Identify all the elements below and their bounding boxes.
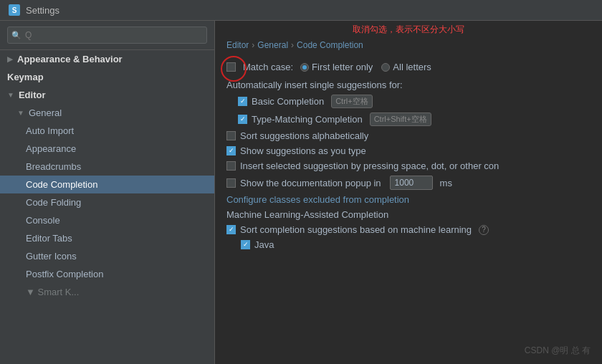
sidebar-item-keymap[interactable]: Keymap — [0, 68, 214, 86]
app-icon: S — [9, 4, 20, 16]
show-doc-popup-checkbox[interactable] — [226, 178, 236, 188]
auto-insert-label: Automatically insert single suggestions … — [226, 80, 591, 90]
popup-delay-input[interactable] — [390, 176, 433, 190]
java-label: Java — [254, 239, 274, 250]
sidebar-item-auto-import[interactable]: Auto Import — [0, 122, 214, 140]
configure-link-text[interactable]: Configure classes excluded from completi… — [226, 194, 409, 205]
breadcrumb-sep2: › — [291, 40, 294, 50]
insert-space-label: Insert selected suggestion by pressing s… — [240, 161, 499, 171]
sidebar-label: Postfix Completion — [26, 269, 103, 279]
configure-classes-link[interactable]: Configure classes excluded from completi… — [226, 194, 591, 205]
radio-all-letters[interactable]: All letters — [381, 62, 431, 72]
type-matching-shortcut: Ctrl+Shift+空格 — [370, 112, 431, 126]
annotation-banner: 取消勾选，表示不区分大小写 — [215, 21, 602, 37]
sort-alpha-row[interactable]: Sort suggestions alphabetically — [226, 130, 591, 141]
match-case-label: Match case: — [243, 62, 293, 72]
search-input[interactable] — [7, 27, 207, 44]
java-checkbox[interactable] — [241, 240, 250, 249]
radio-first-letter[interactable]: First letter only — [300, 62, 373, 72]
sidebar-item-smart-keys[interactable]: ▼ Smart K... — [0, 283, 214, 301]
sidebar-label: Keymap — [7, 72, 44, 82]
sort-alpha-label: Sort suggestions alphabetically — [240, 130, 368, 141]
sidebar-item-appearance-behavior[interactable]: ▶ Appearance & Behavior — [0, 50, 214, 68]
chevron-down-icon: ▼ — [7, 91, 14, 99]
chevron-right-icon: ▶ — [7, 55, 13, 63]
content-area: 取消勾选，表示不区分大小写 Editor › General › Code Co… — [215, 21, 602, 364]
basic-completion-checkbox[interactable] — [238, 97, 247, 106]
sort-ml-checkbox[interactable] — [226, 225, 236, 234]
sidebar-label: Code Folding — [26, 197, 81, 208]
sidebar-item-general[interactable]: ▼ General — [0, 104, 214, 122]
sidebar-label: Editor — [19, 90, 46, 100]
show-doc-popup-row[interactable]: Show the documentation popup in ms — [226, 176, 591, 190]
breadcrumb-sep: › — [252, 40, 254, 50]
sidebar-item-code-folding[interactable]: Code Folding — [0, 193, 214, 211]
java-row[interactable]: Java — [241, 239, 591, 250]
show-doc-popup-label: Show the documentation popup in — [240, 178, 381, 188]
sidebar-label: Appearance — [26, 143, 76, 154]
sidebar-label: Code Completion — [26, 179, 97, 190]
search-icon: 🔍 — [11, 31, 22, 40]
sidebar-label: Console — [26, 215, 60, 226]
ms-label: ms — [440, 178, 452, 188]
sidebar-label: Auto Import — [26, 125, 74, 136]
basic-completion-row[interactable]: Basic Completion Ctrl+空格 — [238, 95, 591, 108]
sort-ml-label: Sort completion suggestions based on mac… — [240, 224, 472, 235]
sidebar-label: Editor Tabs — [26, 233, 72, 244]
radio-first-letter-label: First letter only — [312, 62, 373, 72]
sidebar-label: Appearance & Behavior — [17, 54, 123, 64]
watermark: CSDN @明 总 有 — [525, 345, 591, 357]
sidebar-item-appearance[interactable]: Appearance — [0, 140, 214, 158]
match-case-checkbox[interactable] — [226, 62, 236, 72]
sidebar: 🔍 ▶ Appearance & Behavior Keymap ▼ Edito… — [0, 21, 215, 364]
sort-ml-row[interactable]: Sort completion suggestions based on mac… — [226, 224, 591, 235]
insert-space-checkbox[interactable] — [226, 161, 236, 171]
type-matching-row[interactable]: Type-Matching Completion Ctrl+Shift+空格 — [238, 112, 591, 126]
sidebar-item-editor[interactable]: ▼ Editor — [0, 86, 214, 104]
sidebar-item-editor-tabs[interactable]: Editor Tabs — [0, 229, 214, 247]
type-matching-label: Type-Matching Completion — [252, 114, 363, 125]
breadcrumb: Editor › General › Code Completion — [215, 37, 602, 56]
app-title: Settings — [26, 5, 59, 16]
show-as-type-row[interactable]: Show suggestions as you type — [226, 145, 591, 156]
help-icon[interactable]: ? — [479, 225, 489, 235]
breadcrumb-editor: Editor — [226, 40, 249, 50]
sidebar-item-console[interactable]: Console — [0, 211, 214, 229]
basic-completion-shortcut: Ctrl+空格 — [331, 95, 373, 108]
sidebar-item-postfix-completion[interactable]: Postfix Completion — [0, 265, 214, 283]
sidebar-item-code-completion[interactable]: Code Completion — [0, 176, 214, 193]
sort-alpha-checkbox[interactable] — [226, 131, 236, 140]
breadcrumb-code-completion: Code Completion — [297, 40, 363, 50]
sidebar-label: Gutter Icons — [26, 251, 77, 262]
chevron-down-icon: ▼ — [17, 109, 24, 117]
type-matching-checkbox[interactable] — [238, 115, 247, 124]
radio-all-letters-label: All letters — [393, 62, 431, 72]
show-as-type-label: Show suggestions as you type — [240, 145, 366, 156]
sidebar-label: General — [29, 107, 62, 118]
ml-header: Machine Learning-Assisted Completion — [226, 209, 591, 220]
sidebar-item-breadcrumbs[interactable]: Breadcrumbs — [0, 158, 214, 176]
basic-completion-label: Basic Completion — [252, 96, 324, 107]
title-bar: S Settings — [0, 0, 602, 21]
show-as-type-checkbox[interactable] — [226, 146, 236, 155]
sidebar-label: Breadcrumbs — [26, 161, 81, 172]
insert-space-row[interactable]: Insert selected suggestion by pressing s… — [226, 161, 591, 171]
sidebar-item-gutter-icons[interactable]: Gutter Icons — [0, 247, 214, 265]
breadcrumb-general: General — [257, 40, 288, 50]
sidebar-label: ▼ Smart K... — [26, 287, 79, 297]
